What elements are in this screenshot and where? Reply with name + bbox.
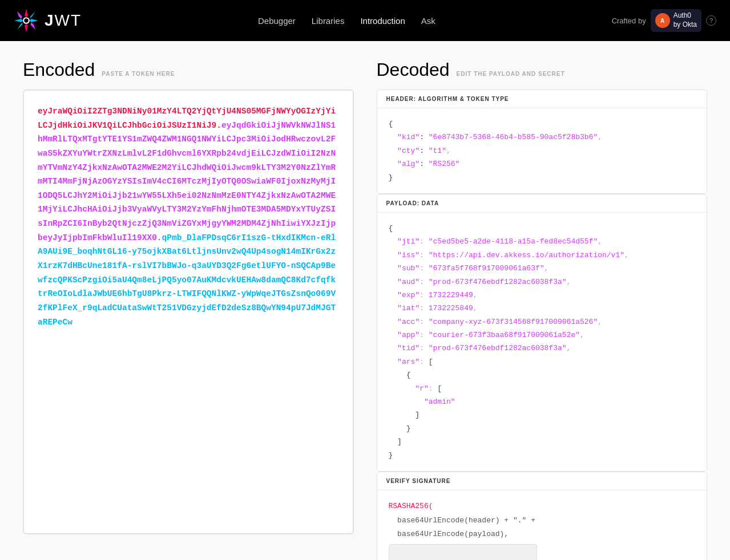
header-label-text: HEADER: (386, 96, 417, 102)
verify-section-content: RSASHA256( base64UrlEncode(header) + "."… (377, 490, 707, 560)
verify-section: VERIFY SIGNATURE RSASHA256( base64UrlEnc… (377, 472, 708, 560)
verify-line2: base64UrlEncode(payload), (397, 530, 509, 538)
auth0-logo-icon: A (655, 13, 670, 28)
header-sublabel-text: ALGORITHM & TOKEN TYPE (418, 96, 509, 102)
encoded-panel: Encoded PASTE A TOKEN HERE eyJraWQiOiI2Z… (23, 59, 354, 560)
svg-marker-4 (17, 11, 22, 19)
auth0-subname: by Okta (673, 21, 697, 30)
logo-area: JWT (14, 8, 82, 33)
svg-marker-0 (25, 9, 28, 17)
nav-libraries[interactable]: Libraries (312, 14, 345, 28)
payload-section: PAYLOAD: DATA { "jti": "c5ed5be5-a2de-41… (377, 194, 708, 472)
nav-ask[interactable]: Ask (421, 14, 435, 28)
svg-marker-5 (30, 22, 35, 30)
decoded-panel: Decoded EDIT THE PAYLOAD AND SECRET HEAD… (377, 59, 708, 560)
svg-marker-7 (17, 22, 23, 30)
svg-marker-2 (14, 19, 23, 22)
svg-marker-6 (30, 11, 35, 19)
auth0-text: Auth0 by Okta (673, 11, 697, 29)
main-content: Encoded PASTE A TOKEN HERE eyJraWQiOiI2Z… (0, 41, 730, 560)
token-part3: qPmb_DlaFPDsqC6rI1szG-tHxdIKMcn-eRlA9AUi… (38, 233, 336, 327)
help-icon[interactable]: ? (706, 15, 716, 26)
logo-text: JWT (45, 11, 82, 30)
verify-label-text: VERIFY SIGNATURE (386, 478, 451, 484)
verify-section-label: VERIFY SIGNATURE (377, 472, 707, 490)
svg-marker-1 (25, 24, 28, 33)
verify-line1: base64UrlEncode(header) + "." + (397, 516, 535, 525)
main-nav: Debugger Libraries Introduction Ask (100, 14, 594, 28)
header-section-label: HEADER: ALGORITHM & TOKEN TYPE (377, 90, 707, 108)
auth0-badge: A Auth0 by Okta (651, 9, 701, 31)
token-part2: eyJqdGkiOiJjNWVkNWJlNS1hMmRlLTQxMTgtYTE1… (38, 121, 336, 242)
header-section-content: { "kid": "6e8743b7-5368-46b4-b585-90ac5f… (377, 108, 707, 193)
main-header: JWT Debugger Libraries Introduction Ask … (0, 0, 730, 41)
encoded-panel-header: Encoded PASTE A TOKEN HERE (23, 59, 354, 80)
decoded-title: Decoded (377, 59, 450, 80)
decoded-subtitle: EDIT THE PAYLOAD AND SECRET (457, 71, 565, 77)
payload-sublabel-text: DATA (422, 200, 439, 206)
nav-debugger[interactable]: Debugger (258, 14, 296, 28)
decoded-panel-header: Decoded EDIT THE PAYLOAD AND SECRET (377, 59, 708, 80)
payload-section-content: { "jti": "c5ed5be5-a2de-4118-a15a-fed8ec… (377, 213, 707, 471)
verify-func-name: RSASHA256( (389, 502, 433, 510)
payload-label-text: PAYLOAD: (386, 200, 420, 206)
crafted-by-label: Crafted by (612, 17, 646, 25)
header-section: HEADER: ALGORITHM & TOKEN TYPE { "kid": … (377, 90, 708, 194)
encoded-title: Encoded (23, 59, 95, 80)
svg-point-9 (24, 18, 28, 22)
jwt-logo-icon (14, 8, 39, 33)
crafted-by-area: Crafted by A Auth0 by Okta ? (612, 9, 716, 31)
auth0-name: Auth0 (673, 11, 697, 21)
encoded-subtitle: PASTE A TOKEN HERE (102, 71, 175, 77)
nav-introduction[interactable]: Introduction (360, 14, 405, 28)
payload-section-label: PAYLOAD: DATA (377, 194, 707, 213)
encoded-token-box[interactable]: eyJraWQiOiI2ZTg3NDNiNy01MzY4LTQ2YjQtYjU4… (23, 90, 354, 534)
svg-marker-3 (30, 19, 38, 22)
